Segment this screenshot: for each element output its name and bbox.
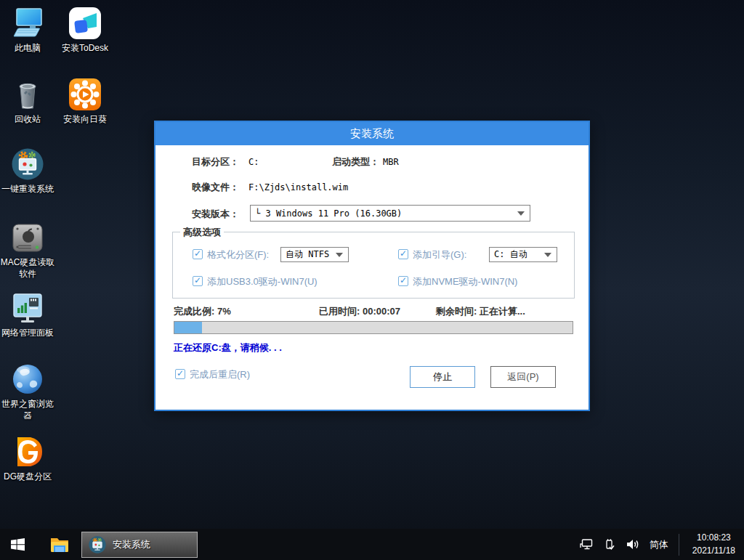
image-file-label: 映像文件： [192,181,239,194]
advanced-options-group: 高级选项 格式化分区(F): 自动 NTFS 添加引导(G): C: 自动 添加… [172,232,575,299]
reinstall-system-icon [10,147,45,182]
chevron-down-icon [544,253,551,257]
progress-percent-label: 完成比例: 7% [174,305,231,318]
target-partition-value: C: [248,157,259,167]
desktop-icon-recycle-bin[interactable]: 回收站 [0,77,55,126]
desktop: 此电脑 安装ToDesk 回收站 [0,0,744,560]
system-tray: 简体 10:08:23 2021/11/18 [579,529,744,560]
network-panel-icon [10,291,45,325]
desktop-icon-label: 回收站 [15,114,41,126]
image-file-value: F:\Zjds\install.wim [248,182,348,192]
file-explorer-button[interactable] [42,529,77,560]
progress-fill [174,322,202,333]
install-version-label: 安装版本： [192,208,239,221]
desktop-icon-label: 一键重装系统 [1,184,54,195]
usb3-driver-checkbox[interactable] [193,276,203,286]
desktop-icon-reinstall-system[interactable]: 一键重装系统 [0,147,55,195]
boot-target-select[interactable]: C: 自动 [489,247,557,262]
reboot-after-finish-checkbox[interactable] [175,369,185,379]
desktop-icon-todesk[interactable]: 安装ToDesk [57,6,113,54]
desktop-icon-label: 网络管理面板 [1,328,54,339]
tray-separator [679,534,679,556]
world-browser-icon [10,362,45,397]
install-system-dialog: 安装系统 目标分区： C: 启动类型： MBR 映像文件： F:\Zjds\in… [154,121,590,411]
windows-logo-icon [11,538,25,551]
desktop-icon-label: MAC硬盘读取软件 [0,257,55,280]
taskbar-task-install-system[interactable]: 安装系统 [81,532,198,558]
start-button[interactable] [0,529,35,560]
network-tray-icon[interactable] [579,538,594,551]
usb3-driver-label: 添加USB3.0驱动-WIN7(U) [207,275,318,288]
back-button[interactable]: 返回(P) [490,366,556,388]
boot-type-label: 启动类型： [332,155,379,169]
desktop-icon-this-pc[interactable]: 此电脑 [0,6,55,54]
todesk-icon [68,6,102,41]
file-explorer-icon [49,536,70,553]
dialog-title: 安装系统 [350,127,394,141]
desktop-icon-label: 此电脑 [15,43,41,54]
desktop-icon-network-panel[interactable]: 网络管理面板 [0,291,55,339]
clock-date: 2021/11/18 [692,545,735,556]
this-pc-icon [10,6,45,41]
sunflower-icon [68,77,102,112]
install-version-value: └ 3 Windows 11 Pro (16.30GB) [255,208,402,219]
progress-remaining-label: 剩余时间: 正在计算... [436,305,525,318]
desktop-icon-label: 安装ToDesk [62,43,108,54]
desktop-icon-mac-disk[interactable]: MAC硬盘读取软件 [0,220,55,280]
desktop-icon-label: 世界之窗浏览器 [0,399,55,421]
clock[interactable]: 10:08:23 2021/11/18 [690,532,738,557]
format-type-value: 自动 NTFS [286,248,329,261]
mac-disk-icon [10,220,45,255]
chevron-down-icon [517,211,525,216]
dialog-titlebar[interactable]: 安装系统 [155,122,589,145]
usb-tray-icon[interactable] [604,538,615,551]
target-partition-label: 目标分区： [192,155,239,169]
diskgenius-icon [10,434,45,469]
format-partition-checkbox[interactable] [193,249,203,259]
recycle-bin-icon [10,77,45,112]
desktop-icon-label: 安装向日葵 [63,114,107,126]
taskbar: 安装系统 [0,529,744,560]
desktop-icon-diskgenius[interactable]: DG硬盘分区 [0,434,55,483]
desktop-icon-sunflower[interactable]: 安装向日葵 [57,77,113,126]
taskbar-task-label: 安装系统 [113,538,150,551]
clock-time: 10:08:23 [697,532,731,543]
add-boot-label: 添加引导(G): [413,248,466,261]
format-partition-label: 格式化分区(F): [207,248,269,261]
reboot-after-finish-label: 完成后重启(R) [190,368,250,381]
desktop-icon-label: DG硬盘分区 [4,471,52,483]
boot-type-value: MBR [383,157,399,167]
progress-bar [174,321,573,334]
boot-target-value: C: 自动 [494,248,527,261]
format-type-select[interactable]: 自动 NTFS [280,247,349,262]
progress-elapsed-label: 已用时间: 00:00:07 [319,305,400,318]
nvme-driver-label: 添加NVME驱动-WIN7(N) [413,275,517,288]
chevron-down-icon [336,253,343,257]
advanced-options-title: 高级选项 [180,226,224,239]
status-text: 正在还原C:盘，请稍候. . . [174,341,282,354]
desktop-icon-world-browser[interactable]: 世界之窗浏览器 [0,362,55,421]
add-boot-checkbox[interactable] [398,249,408,259]
input-method-indicator[interactable]: 简体 [650,538,668,551]
volume-tray-icon[interactable] [626,538,639,551]
nvme-driver-checkbox[interactable] [398,276,408,286]
stop-button[interactable]: 停止 [410,366,475,388]
install-version-select[interactable]: └ 3 Windows 11 Pro (16.30GB) [250,205,530,222]
install-system-task-icon [88,535,107,554]
